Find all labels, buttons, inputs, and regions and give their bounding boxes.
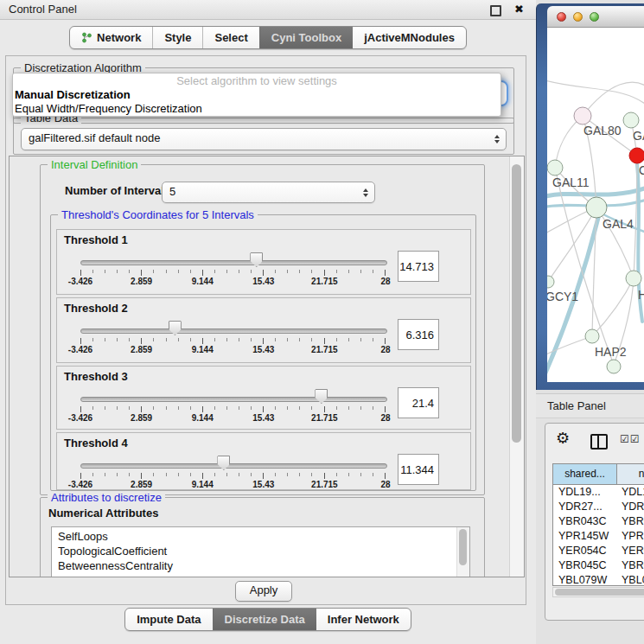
tab-network[interactable]: Network bbox=[70, 27, 152, 48]
control-panel-titlebar: Control Panel ✖ bbox=[0, 0, 536, 20]
slider-track[interactable] bbox=[80, 463, 387, 469]
scrollbar-thumb[interactable] bbox=[459, 529, 467, 565]
tick-label: 28 bbox=[380, 345, 390, 354]
tick-label: 15.43 bbox=[252, 345, 274, 354]
tick-mark bbox=[275, 406, 276, 410]
apply-button[interactable]: Apply bbox=[235, 581, 292, 602]
tick-mark bbox=[373, 473, 373, 476]
tick-mark bbox=[190, 406, 191, 410]
tick-mark bbox=[360, 270, 361, 273]
tick-label: 2.859 bbox=[131, 345, 152, 354]
minimize-traffic-light[interactable] bbox=[573, 12, 583, 22]
column-header-na[interactable]: na bbox=[617, 464, 644, 484]
tab-discretize-data[interactable]: Discretize Data bbox=[213, 609, 316, 630]
node-label: GAL4 bbox=[603, 217, 634, 231]
node-table: shared...na YDL19...YDL1YDR27...YDR2YBR0… bbox=[552, 463, 644, 586]
network-node-h[interactable] bbox=[626, 271, 641, 286]
table-row[interactable]: YER054CYER0 bbox=[553, 544, 644, 558]
column-header-shared[interactable]: shared... bbox=[553, 464, 617, 484]
network-node-gal80[interactable] bbox=[574, 107, 591, 124]
gear-icon[interactable]: ⚙ bbox=[556, 429, 570, 447]
bottom-tab-bar: Impute DataDiscretize DataInfer Network bbox=[0, 608, 536, 631]
tick-mark bbox=[385, 338, 386, 344]
slider-track[interactable] bbox=[80, 397, 387, 402]
tick-mark bbox=[166, 406, 167, 410]
attributes-scrollbar[interactable] bbox=[456, 527, 469, 577]
zoom-traffic-light[interactable] bbox=[590, 12, 599, 22]
table-cell: YDL19... bbox=[553, 485, 617, 500]
dropdown-option-manual-discretization[interactable]: Manual Discretization bbox=[13, 88, 501, 102]
network-canvas[interactable]: GAL80GACGAL11GAL4GCY1HHAP2 bbox=[547, 28, 644, 382]
tab-select[interactable]: Select bbox=[202, 27, 258, 48]
split-columns-icon[interactable] bbox=[590, 434, 608, 450]
close-traffic-light[interactable] bbox=[557, 12, 566, 22]
tick-mark bbox=[105, 270, 105, 273]
table-row[interactable]: YDR27...YDR2 bbox=[553, 500, 644, 514]
table-row[interactable]: YBL079WYBL0 bbox=[553, 573, 644, 586]
tick-mark bbox=[129, 473, 130, 476]
threshold-value-field[interactable]: 14.713 bbox=[398, 251, 439, 282]
threshold-value-field[interactable]: 6.316 bbox=[398, 319, 439, 350]
slider-track[interactable] bbox=[80, 260, 387, 265]
threshold-value-field[interactable]: 21.4 bbox=[398, 387, 439, 418]
tab-style[interactable]: Style bbox=[152, 27, 202, 48]
number-of-intervals-combobox[interactable]: 5 bbox=[162, 182, 375, 203]
tick-mark bbox=[117, 270, 118, 273]
table-row[interactable]: YBR045CYBR0 bbox=[553, 558, 644, 573]
tab-infer-network[interactable]: Infer Network bbox=[316, 609, 411, 630]
network-node[interactable] bbox=[607, 360, 621, 373]
tab-cyni-toolbox[interactable]: Cyni Toolbox bbox=[259, 27, 353, 48]
network-node-gcy1[interactable] bbox=[547, 276, 554, 288]
network-graph: GAL80GACGAL11GAL4GCY1HHAP2 bbox=[547, 28, 644, 382]
tick-mark bbox=[385, 270, 386, 276]
tick-label: 15.43 bbox=[252, 277, 274, 286]
attributes-group-label: Attributes to discretize bbox=[48, 491, 165, 504]
network-node-c[interactable] bbox=[629, 148, 644, 163]
control-panel-title: Control Panel bbox=[9, 0, 77, 19]
network-node-hap2[interactable] bbox=[585, 329, 599, 343]
tab-label: Infer Network bbox=[328, 613, 399, 626]
table-data-combobox[interactable]: galFiltered.sif default node bbox=[21, 128, 507, 150]
tick-mark bbox=[153, 270, 154, 273]
table-row[interactable]: YDL19...YDL1 bbox=[553, 485, 644, 500]
scrollbar-thumb[interactable] bbox=[512, 164, 521, 443]
table-cell: YBR0 bbox=[617, 514, 644, 529]
tick-mark bbox=[105, 338, 105, 341]
list-item[interactable]: SelfLoops bbox=[52, 529, 469, 544]
network-edge[interactable] bbox=[583, 82, 644, 116]
close-icon[interactable]: ✖ bbox=[514, 0, 524, 18]
scrollbar-thumb[interactable] bbox=[555, 589, 644, 596]
control-panel: Control Panel ✖ NetworkStyleSelectCyni T… bbox=[0, 0, 537, 644]
dropdown-option-equal-width-frequency[interactable]: Equal Width/Frequency Discretization bbox=[13, 102, 501, 116]
numerical-attributes-list[interactable]: SelfLoopsTopologicalCoefficientBetweenne… bbox=[51, 526, 470, 577]
table-horizontal-scrollbar[interactable] bbox=[552, 587, 644, 597]
list-item[interactable]: BetweennessCentrality bbox=[52, 558, 469, 573]
table-row[interactable]: YPR145WYPR1 bbox=[553, 529, 644, 544]
slider-track[interactable] bbox=[80, 328, 387, 334]
tab-label: Select bbox=[214, 31, 247, 44]
tick-mark bbox=[92, 406, 93, 410]
tick-mark bbox=[324, 270, 325, 276]
list-item[interactable]: TopologicalCoefficient bbox=[52, 544, 469, 558]
settings-vertical-scrollbar[interactable] bbox=[509, 156, 524, 577]
interval-definition-group: Interval Definition Number of Intervals … bbox=[40, 164, 485, 495]
table-row[interactable]: YBR043CYBR0 bbox=[553, 514, 644, 529]
tab-impute-data[interactable]: Impute Data bbox=[125, 609, 212, 630]
network-node-gal4[interactable] bbox=[586, 197, 607, 218]
network-node-gal11[interactable] bbox=[547, 160, 563, 175]
tick-mark bbox=[263, 406, 264, 412]
network-edge[interactable] bbox=[547, 80, 644, 107]
network-edge[interactable] bbox=[592, 278, 634, 336]
threshold-label: Threshold 2 bbox=[64, 302, 128, 315]
tick-label: 21.715 bbox=[311, 480, 338, 489]
tick-mark bbox=[239, 270, 239, 273]
checkboxes-icon[interactable]: ☑☑ bbox=[620, 433, 641, 445]
network-node-ga[interactable] bbox=[623, 112, 639, 128]
screen: { "colors":{"focus_ring":"#6ba3e8","gree… bbox=[0, 0, 644, 644]
tick-mark bbox=[336, 270, 337, 273]
threshold-value-field[interactable]: 11.344 bbox=[398, 454, 439, 485]
float-window-icon[interactable] bbox=[490, 5, 501, 16]
tab-jactivemnodules[interactable]: jActiveMNodules bbox=[353, 27, 466, 48]
tick-mark bbox=[336, 473, 337, 476]
tick-mark bbox=[348, 473, 349, 476]
